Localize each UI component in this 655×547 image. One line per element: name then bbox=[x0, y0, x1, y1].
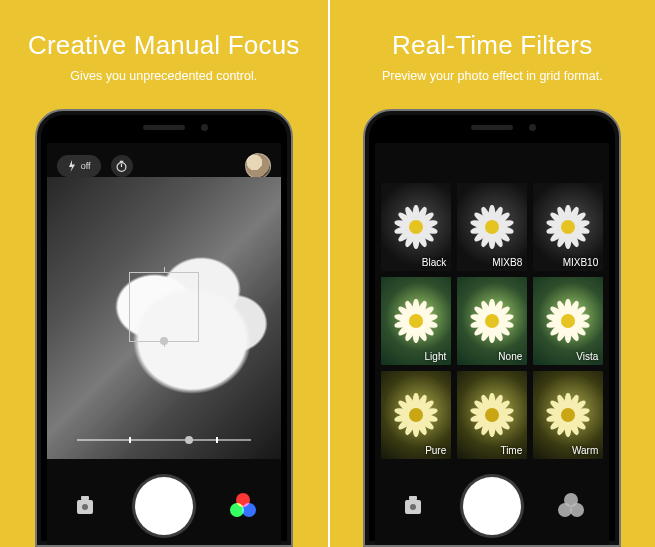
phone-screen: BlackMIXB8MIXB10LightNoneVistaPureTimeWa… bbox=[375, 143, 609, 545]
filter-cell[interactable]: Pure bbox=[381, 371, 451, 459]
shutter-button[interactable] bbox=[135, 477, 193, 535]
shutter-button[interactable] bbox=[463, 477, 521, 535]
filter-cell[interactable]: MIXB10 bbox=[533, 183, 603, 271]
phone-mockup: off bbox=[35, 109, 293, 547]
filter-grid: BlackMIXB8MIXB10LightNoneVistaPureTimeWa… bbox=[381, 183, 603, 459]
switch-camera-icon bbox=[74, 494, 96, 518]
filter-label: Pure bbox=[425, 445, 446, 456]
phone-speaker bbox=[471, 125, 513, 130]
filters-button[interactable] bbox=[555, 490, 587, 522]
switch-camera-button[interactable] bbox=[69, 490, 101, 522]
rgb-icon bbox=[230, 493, 256, 519]
switch-camera-button[interactable] bbox=[397, 490, 429, 522]
flash-label: off bbox=[81, 161, 91, 171]
phone-screen: off bbox=[47, 143, 281, 545]
flash-toggle[interactable]: off bbox=[57, 155, 101, 177]
filter-cell[interactable]: None bbox=[457, 277, 527, 365]
timer-button[interactable] bbox=[111, 155, 133, 177]
camera-viewfinder[interactable] bbox=[47, 177, 281, 459]
filter-label: MIXB8 bbox=[492, 257, 522, 268]
focus-reticle[interactable] bbox=[129, 272, 199, 342]
filter-cell[interactable]: Vista bbox=[533, 277, 603, 365]
promo-panel-focus: Creative Manual Focus Gives you unpreced… bbox=[0, 0, 328, 547]
promo-panel-filters: Real-Time Filters Preview your photo eff… bbox=[328, 0, 656, 547]
subline: Gives you unprecedented control. bbox=[70, 69, 257, 83]
filter-label: Vista bbox=[576, 351, 598, 362]
camera-bottombar bbox=[375, 467, 609, 545]
filter-cell[interactable]: Warm bbox=[533, 371, 603, 459]
filter-cell[interactable]: Time bbox=[457, 371, 527, 459]
filter-label: Warm bbox=[572, 445, 598, 456]
filter-cell[interactable]: Light bbox=[381, 277, 451, 365]
filter-cell[interactable]: MIXB8 bbox=[457, 183, 527, 271]
headline: Creative Manual Focus bbox=[28, 30, 300, 61]
timer-icon bbox=[115, 160, 128, 173]
camera-bottombar bbox=[47, 467, 281, 545]
subline: Preview your photo effect in grid format… bbox=[382, 69, 603, 83]
phone-speaker bbox=[143, 125, 185, 130]
headline: Real-Time Filters bbox=[392, 30, 592, 61]
focus-slider-knob[interactable] bbox=[185, 436, 193, 444]
filter-label: Time bbox=[500, 445, 522, 456]
filter-label: MIXB10 bbox=[563, 257, 599, 268]
color-filters-button[interactable] bbox=[227, 490, 259, 522]
flash-icon bbox=[67, 160, 77, 172]
phone-mockup: BlackMIXB8MIXB10LightNoneVistaPureTimeWa… bbox=[363, 109, 621, 547]
filter-label: Light bbox=[425, 351, 447, 362]
filters-icon bbox=[558, 493, 584, 519]
promo-stage: Creative Manual Focus Gives you unpreced… bbox=[0, 0, 655, 547]
filter-label: None bbox=[498, 351, 522, 362]
gallery-thumbnail[interactable] bbox=[245, 153, 271, 179]
switch-camera-icon bbox=[402, 494, 424, 518]
filter-cell[interactable]: Black bbox=[381, 183, 451, 271]
focus-slider[interactable] bbox=[77, 439, 251, 441]
filter-label: Black bbox=[422, 257, 446, 268]
focus-reticle-handle[interactable] bbox=[160, 337, 168, 345]
